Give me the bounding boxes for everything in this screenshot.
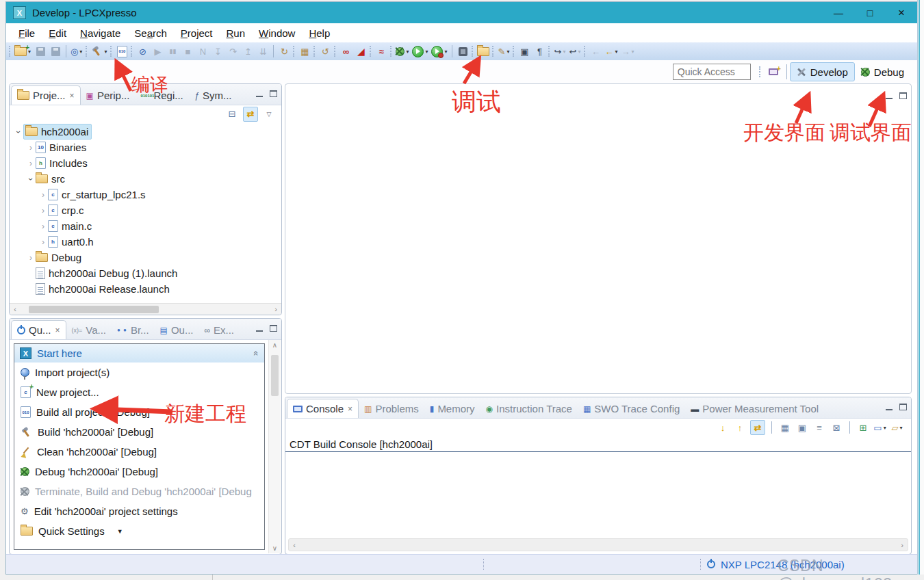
scroll-to-bottom-button[interactable]: ↓ [716,421,730,434]
close-icon[interactable]: × [348,404,352,414]
tree-row[interactable]: › Debug [10,250,281,265]
build-button[interactable]: ▾ [90,44,109,59]
disconnect-button[interactable]: N [195,44,210,59]
back-button[interactable]: ← ▾ [603,44,619,59]
dropdown-icon[interactable]: ▼ [117,528,123,535]
tab-outline[interactable]: ▤ Ou... [155,321,199,339]
display-console-button[interactable]: ▭ ▾ [873,421,887,434]
suspend-button[interactable]: ▮▮ [165,44,180,59]
quickstart-vscrollbar[interactable]: ∧ ∨ [268,340,281,553]
qs-quick-settings[interactable]: Quick Settings ▼ [14,521,264,541]
tab-memory[interactable]: ▮ Memory [424,399,480,418]
close-button[interactable]: × [886,2,917,23]
tree-row[interactable]: › h uart0.h [10,234,281,250]
scroll-thumb[interactable] [271,355,279,396]
tab-expressions[interactable]: ∞ Ex... [198,321,240,339]
start-here-header[interactable]: X Start here « [14,344,264,362]
expander-icon[interactable]: › [38,222,48,231]
tree-row[interactable]: › c crp.c [10,202,281,218]
toolbar-grip[interactable] [513,46,514,57]
minimize-view-icon[interactable] [256,326,263,332]
toolbar-grip[interactable] [584,46,585,57]
swo-trace-button[interactable]: ≈ [374,44,389,59]
expander-icon[interactable]: › [26,253,36,263]
menu-project[interactable]: Project [174,27,220,39]
qs-debug-project[interactable]: Debug 'hch2000ai' [Debug] [14,462,264,482]
expander-icon[interactable]: › [38,206,48,215]
run-toolbar-button[interactable]: ▾ [411,44,430,59]
expander-icon[interactable]: › [14,127,23,137]
tab-swo-trace-config[interactable]: ▦ SWO Trace Config [578,399,685,418]
word-wrap-button[interactable]: ≡ [812,421,826,434]
link-button[interactable]: ∞ [338,44,353,59]
tree-row[interactable]: › c cr_startup_lpc21.s [10,187,281,202]
boot-button[interactable]: ◢ [353,44,368,59]
menu-navigate[interactable]: Navigate [73,27,127,39]
menu-run[interactable]: Run [220,27,253,39]
tab-problems[interactable]: ▥ Problems [359,399,424,418]
step-into-button[interactable]: ↧ [210,44,225,59]
qs-new-project[interactable]: c + New project... [14,382,264,402]
expander-icon[interactable]: › [26,174,36,184]
minimize-view-icon[interactable] [886,93,893,99]
expander-icon[interactable]: › [26,143,36,153]
tree-row[interactable]: › c main.c [10,218,281,234]
restart-button[interactable]: ↻ [277,44,292,59]
toolbar-grip[interactable] [472,46,473,57]
qs-edit-settings[interactable]: ⚙ Edit 'hch2000ai' project settings [14,501,264,521]
menu-search[interactable]: Search [127,27,174,39]
skip-breakpoints-button[interactable]: ⊘ [135,44,150,59]
mark-occurrences-button[interactable]: ▣ [517,44,532,59]
toolbar-grip[interactable] [313,46,315,57]
console-sync-button[interactable]: ⇄ [750,420,765,435]
new-wizard-button[interactable]: + ▾ [13,44,33,59]
flash-grid-button[interactable]: ▦ [297,44,312,59]
scroll-to-top-button[interactable]: ↑ [733,421,747,434]
relaunch-button[interactable]: ↺ [318,44,333,59]
program-flash-button[interactable] [455,44,470,59]
expander-icon[interactable]: › [38,190,48,200]
qs-build-project[interactable]: Build 'hch2000ai' [Debug] [14,422,264,442]
toolbar-grip[interactable] [759,66,760,77]
step-return-button[interactable]: ↥ [240,44,255,59]
toolbar-grip[interactable] [492,46,493,57]
maximize-view-icon[interactable] [270,90,277,97]
expander-icon[interactable]: › [26,159,36,168]
view-menu-button[interactable]: ▽ [262,107,276,121]
prev-annotation-button[interactable]: ↩ ▾ [567,44,582,59]
perspective-develop-button[interactable]: Develop [790,62,855,81]
open-perspective-button[interactable]: + [766,64,781,79]
save-all-button[interactable] [48,44,63,59]
menu-window[interactable]: Window [252,27,302,39]
tab-power-measurement[interactable]: ▬ Power Measurement Tool [685,399,824,418]
tab-peripherals[interactable]: ▣ Perip... [81,86,136,105]
refactor-button[interactable]: ✎ ▾ [496,44,511,59]
tab-registers[interactable]: 010101 Regi... [135,86,188,105]
build-all-button[interactable]: 010 [114,44,129,59]
terminate-button[interactable]: ■ [180,44,195,59]
open-console-button[interactable]: ▱ ▾ [890,421,904,434]
toolbar-grip[interactable] [9,46,10,57]
scroll-up-icon[interactable]: ∧ [272,341,277,349]
minimize-view-icon[interactable] [886,404,893,410]
toolbar-grip[interactable] [131,46,132,57]
toolbar-grip[interactable] [86,46,87,57]
close-icon[interactable]: × [70,91,75,101]
pin-console-button[interactable]: ⊞ [856,421,870,434]
toolbar-grip[interactable] [334,46,335,57]
scroll-right-icon[interactable]: › [270,305,281,313]
tree-row[interactable]: hch2000ai Debug (1).launch [10,265,281,281]
tab-console[interactable]: Console × [287,399,359,418]
drop-to-frame-button[interactable]: ⇊ [255,44,270,59]
show-whitespace-button[interactable]: ¶ [532,44,547,59]
tab-instruction-trace[interactable]: ◉ Instruction Trace [480,399,578,418]
minimize-button[interactable]: — [823,2,854,23]
menu-help[interactable]: Help [302,27,337,39]
tab-symbol-viewer[interactable]: ƒ Sym... [189,86,238,105]
toolbar-grip[interactable] [293,46,294,57]
tab-breakpoints[interactable]: ● ● Br... [112,321,155,339]
step-over-button[interactable]: ↷ [225,44,240,59]
scroll-left-icon[interactable]: ‹ [10,305,21,313]
tab-quickstart[interactable]: Qu... × [11,320,66,339]
next-annotation-button[interactable]: ↪ ▾ [552,44,567,59]
